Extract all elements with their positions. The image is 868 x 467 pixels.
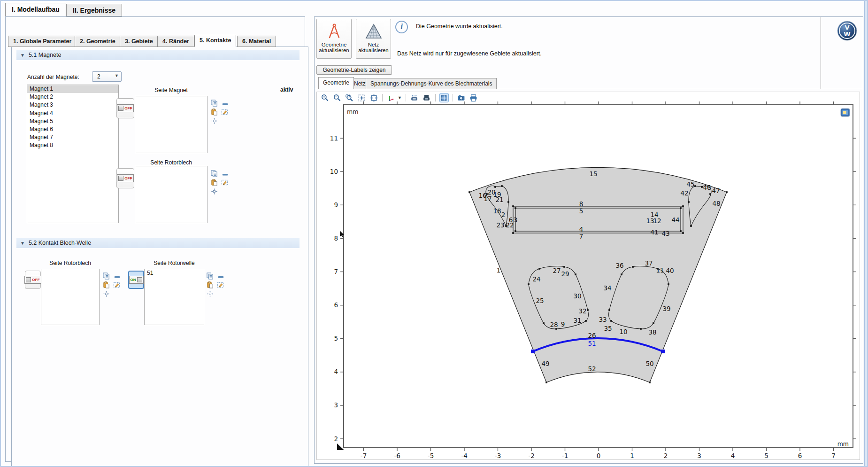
- seite-rotorblech-toggle[interactable]: OFF: [116, 168, 134, 188]
- tab-ergebnisse[interactable]: II. Ergebnisse: [66, 4, 122, 16]
- paste-selection-icon[interactable]: [211, 179, 218, 186]
- copy-selection-icon[interactable]: [103, 272, 110, 280]
- seite-magnet-toggle[interactable]: OFF: [116, 98, 134, 118]
- show-geometry-labels-button[interactable]: Geometrie-Labels zeigen: [316, 65, 392, 75]
- tab-gebiete[interactable]: 3. Gebiete: [120, 36, 158, 47]
- copy-selection-icon[interactable]: [207, 272, 214, 280]
- list-item[interactable]: Magnet 4: [27, 109, 118, 117]
- dropdown-value: 2: [97, 73, 100, 80]
- gtab-spannungskurve[interactable]: Spannungs-Dehnungs-Kurve des Blechmateri…: [366, 78, 497, 89]
- kontakt-rotorblech-toggle[interactable]: OFF: [25, 271, 41, 289]
- list-item[interactable]: Magnet 3: [27, 101, 118, 109]
- section-header-kontakt[interactable]: ▼5.2 Kontakt Blech-Welle: [16, 238, 300, 248]
- selection-tools: [211, 100, 232, 126]
- remove-selection-icon[interactable]: [114, 273, 121, 280]
- svg-text:4: 4: [334, 368, 338, 375]
- svg-text:24: 24: [532, 275, 540, 283]
- list-item[interactable]: Magnet 2: [27, 93, 118, 101]
- paste-selection-icon[interactable]: [103, 281, 110, 288]
- svg-text:-2: -2: [528, 452, 534, 459]
- anzahl-label: Anzahl der Magnete:: [27, 74, 79, 80]
- tab-globale-parameter[interactable]: 1. Globale Parameter: [8, 36, 77, 47]
- geometry-plot-canvas[interactable]: -7-6-5-4-3-2-101234567234567891011 mm mm…: [317, 93, 860, 459]
- svg-text:34: 34: [603, 284, 611, 292]
- remove-selection-icon[interactable]: [222, 101, 229, 108]
- gtab-geometrie[interactable]: Geometrie: [318, 77, 354, 89]
- tab-raender[interactable]: 4. Ränder: [157, 36, 194, 47]
- section-title: 5.1 Magnete: [29, 52, 61, 58]
- toggle-on-label: ON: [131, 278, 136, 282]
- zoom-to-selection-icon[interactable]: [211, 188, 217, 195]
- kontakt-rotorblech-selection-list[interactable]: [41, 269, 100, 325]
- plot-image-icon[interactable]: [841, 109, 850, 117]
- update-geometry-button[interactable]: Geometrie aktualisieren: [316, 19, 352, 59]
- print-icon[interactable]: [469, 93, 478, 102]
- zoom-in-icon[interactable]: [320, 93, 330, 102]
- list-item[interactable]: Magnet 1: [27, 85, 118, 93]
- seite-rotorblech-selection-list[interactable]: [135, 166, 207, 223]
- export-image-icon[interactable]: [422, 93, 431, 102]
- svg-text:37: 37: [645, 259, 653, 267]
- paste-selection-icon[interactable]: [207, 281, 214, 288]
- selection-handle: [661, 350, 665, 353]
- svg-text:25: 25: [536, 297, 544, 304]
- chevron-down-icon: ▼: [115, 73, 119, 78]
- app-window: I. Modellaufbau II. Ergebnisse 1. Global…: [0, 0, 868, 467]
- selection-tools: [207, 272, 228, 299]
- section-header-magnete[interactable]: ▼5.1 Magnete: [16, 50, 300, 60]
- list-item[interactable]: Magnet 7: [27, 133, 118, 141]
- zoom-extents-icon[interactable]: [369, 93, 378, 102]
- list-item[interactable]: Magnet 6: [27, 125, 118, 133]
- zoom-to-selection-icon[interactable]: [103, 291, 109, 297]
- svg-text:3: 3: [514, 216, 518, 224]
- tab-kontakte[interactable]: 5. Kontakte: [194, 35, 236, 47]
- vw-logo: V W: [837, 21, 857, 41]
- toggle-off-label: OFF: [124, 176, 132, 180]
- view-axis-icon[interactable]: [386, 93, 396, 102]
- svg-text:-3: -3: [495, 452, 501, 459]
- clear-selection-icon[interactable]: [217, 281, 224, 288]
- copy-selection-icon[interactable]: [211, 100, 218, 107]
- button-label: Geometrie aktualisieren: [317, 42, 351, 53]
- view-dropdown-caret[interactable]: ▼: [398, 95, 402, 100]
- svg-text:6: 6: [798, 452, 802, 459]
- list-item[interactable]: 51: [145, 269, 204, 277]
- toggle-knob: [26, 277, 31, 282]
- grid-toggle-button[interactable]: [439, 93, 449, 102]
- svg-text:-7: -7: [361, 452, 367, 459]
- svg-text:6: 6: [334, 301, 338, 309]
- remove-selection-icon[interactable]: [222, 171, 229, 178]
- list-item[interactable]: Magnet 8: [27, 141, 118, 149]
- kontakt-rotorwelle-toggle[interactable]: ON: [128, 271, 144, 289]
- svg-text:6: 6: [509, 216, 513, 224]
- zoom-to-selection-icon[interactable]: [211, 118, 217, 124]
- zoom-box-icon[interactable]: [345, 93, 354, 102]
- zoom-selected-icon[interactable]: [357, 93, 366, 102]
- tab-modellaufbau[interactable]: I. Modellaufbau: [5, 3, 66, 16]
- update-mesh-button[interactable]: Netz aktualisieren: [356, 19, 391, 59]
- tab-material[interactable]: 6. Material: [237, 36, 276, 47]
- clear-selection-icon[interactable]: [221, 109, 228, 116]
- clear-selection-icon[interactable]: [221, 179, 228, 186]
- paste-selection-icon[interactable]: [211, 109, 218, 116]
- magnet-list[interactable]: Magnet 1Magnet 2Magnet 3Magnet 4Magnet 5…: [27, 85, 119, 223]
- snapshot-camera-icon[interactable]: [457, 93, 466, 102]
- anzahl-dropdown[interactable]: 2 ▼: [92, 71, 122, 82]
- remove-selection-icon[interactable]: [217, 273, 224, 280]
- svg-text:1: 1: [497, 266, 501, 274]
- zoom-out-icon[interactable]: [332, 93, 342, 102]
- svg-text:11: 11: [656, 266, 664, 274]
- axis-unit-top: mm: [347, 108, 358, 115]
- clear-selection-icon[interactable]: [113, 281, 120, 288]
- kontakt-rotorwelle-selection-list[interactable]: 51: [144, 269, 204, 325]
- copy-selection-icon[interactable]: [211, 170, 218, 177]
- copy-image-icon[interactable]: [410, 93, 419, 102]
- compass-icon: [325, 22, 344, 41]
- seite-magnet-selection-list[interactable]: [135, 96, 207, 153]
- list-item[interactable]: Magnet 5: [27, 117, 118, 125]
- zoom-to-selection-icon[interactable]: [207, 291, 213, 297]
- svg-text:21: 21: [495, 196, 503, 203]
- tab-geometrie[interactable]: 2. Geometrie: [75, 36, 121, 47]
- toggle-knob: [137, 277, 142, 282]
- svg-text:26: 26: [588, 332, 596, 339]
